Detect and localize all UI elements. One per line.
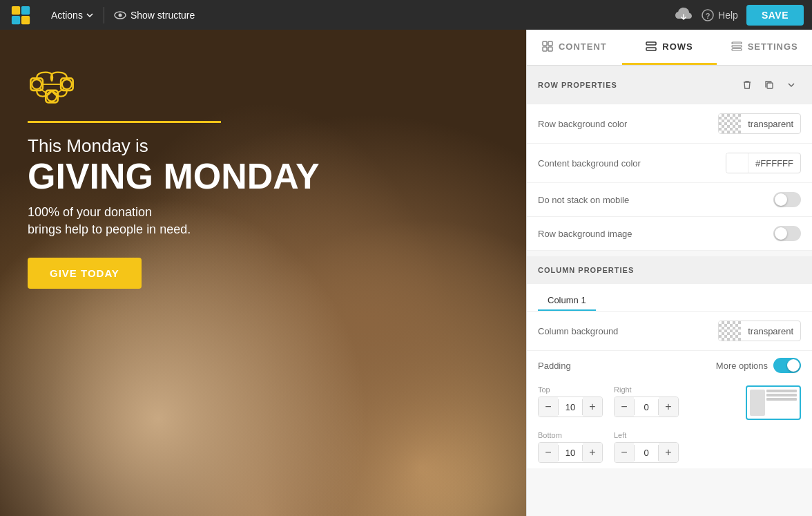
canvas-area: This Monday is GIVING MONDAY 100% of you…: [0, 30, 526, 516]
svg-rect-19: [543, 47, 547, 51]
giving-monday-icon: [28, 71, 76, 113]
tab-rows-label: ROWS: [662, 41, 693, 52]
content-bg-color-value: #FFFFFF: [748, 155, 800, 171]
main-layout: This Monday is GIVING MONDAY 100% of you…: [0, 30, 812, 516]
row-bg-image-toggle[interactable]: [773, 226, 801, 241]
tab-rows[interactable]: ROWS: [622, 30, 717, 65]
right-decrement-btn[interactable]: −: [615, 397, 634, 417]
left-label: Left: [614, 431, 679, 439]
bottom-increment-btn[interactable]: +: [583, 443, 602, 462]
panel-body: ROW PROPERTIES: [527, 66, 812, 516]
svg-rect-18: [548, 41, 552, 46]
top-increment-btn[interactable]: +: [583, 397, 602, 417]
delete-row-btn[interactable]: [737, 75, 757, 95]
actions-label: Actions: [51, 10, 83, 21]
left-stepper: − 0 +: [614, 442, 679, 463]
no-stack-row: Do not stack on mobile: [527, 183, 812, 217]
svg-rect-3: [21, 15, 30, 23]
svg-rect-26: [767, 83, 773, 88]
bottom-label: Bottom: [538, 431, 603, 439]
right-value: 0: [634, 399, 659, 415]
toggle-knob: [775, 193, 787, 206]
col-bg-label: Column background: [538, 326, 618, 336]
row-bg-color-picker[interactable]: transparent: [718, 113, 801, 134]
settings-icon: [731, 41, 742, 52]
left-increment-btn[interactable]: +: [659, 443, 678, 462]
svg-rect-21: [646, 42, 656, 45]
svg-rect-1: [21, 6, 30, 14]
no-stack-toggle[interactable]: [773, 192, 801, 207]
layout-preview-container: [746, 385, 801, 420]
topbar-right: ? Help SAVE: [674, 5, 804, 26]
padding-inputs-group: Top − 10 + Right − 0 +: [527, 380, 812, 426]
content-bg-color-picker[interactable]: #FFFFFF: [726, 153, 801, 173]
padding-header-row: Padding More options: [527, 351, 812, 380]
subtext: 100% of your donation brings help to peo…: [28, 204, 320, 238]
column-tabs-bar: Column 1: [527, 284, 812, 312]
panel-tabs: CONTENT ROWS SETTINGS: [527, 30, 812, 66]
white-swatch: [726, 153, 748, 173]
app-logo[interactable]: [8, 3, 33, 28]
svg-point-12: [62, 79, 72, 89]
svg-rect-2: [12, 15, 20, 23]
more-options-toggle[interactable]: [773, 358, 801, 373]
save-button[interactable]: SAVE: [746, 5, 804, 26]
bottom-decrement-btn[interactable]: −: [539, 443, 558, 462]
tab-settings[interactable]: SETTINGS: [717, 30, 812, 65]
help-icon: ?: [702, 9, 714, 21]
svg-line-16: [55, 88, 64, 95]
column-properties-section: COLUMN PROPERTIES Column 1 Column backgr…: [527, 256, 812, 468]
no-stack-label: Do not stack on mobile: [538, 195, 629, 205]
actions-menu[interactable]: Actions: [44, 6, 101, 25]
right-label: Right: [614, 385, 679, 394]
show-structure-btn[interactable]: Show structure: [107, 5, 202, 26]
expand-row-btn[interactable]: [782, 75, 801, 95]
padding-top-field: Top − 10 +: [538, 385, 603, 420]
column-properties-title: COLUMN PROPERTIES: [538, 266, 634, 274]
row-bg-image-label: Row background image: [538, 229, 632, 239]
cloud-save-btn[interactable]: [674, 6, 693, 24]
left-decrement-btn[interactable]: −: [615, 443, 634, 462]
svg-point-11: [32, 79, 41, 89]
chevron-down-icon: [86, 11, 94, 19]
toggle-knob-2: [775, 227, 787, 240]
right-increment-btn[interactable]: +: [659, 397, 678, 417]
divider: [104, 7, 104, 23]
row-bg-color-value: transparent: [741, 116, 800, 132]
top-decrement-btn[interactable]: −: [539, 397, 558, 417]
content-bg-color-row: Content background color #FFFFFF: [527, 144, 812, 183]
svg-rect-23: [732, 42, 742, 44]
row-properties-title: ROW PROPERTIES: [538, 81, 617, 89]
right-stepper: − 0 +: [614, 396, 679, 417]
column-1-tab[interactable]: Column 1: [538, 291, 596, 311]
col-bg-value: transparent: [741, 323, 800, 339]
help-btn[interactable]: ? Help: [702, 9, 738, 21]
copy-icon: [764, 80, 774, 90]
svg-rect-0: [12, 6, 20, 14]
column-properties-header: COLUMN PROPERTIES: [527, 256, 812, 284]
col-bg-row: Column background transparent: [527, 312, 812, 351]
row-properties-actions: [737, 75, 801, 95]
tab-settings-label: SETTINGS: [748, 41, 798, 52]
content-bg-color-label: Content background color: [538, 158, 641, 169]
duplicate-row-btn[interactable]: [760, 75, 779, 95]
give-today-button[interactable]: GIVE TODAY: [28, 258, 142, 289]
tab-content[interactable]: CONTENT: [527, 30, 622, 65]
layout-right-col: [766, 390, 797, 416]
padding-bottom-left-group: Bottom − 10 + Left − 0 +: [527, 426, 812, 468]
svg-rect-17: [543, 41, 547, 46]
top-value: 10: [558, 399, 583, 415]
more-options-label: More options: [716, 361, 768, 371]
headline-large: GIVING MONDAY: [28, 158, 320, 194]
layout-line-3: [766, 398, 797, 401]
tab-content-label: CONTENT: [559, 41, 607, 52]
layout-preview: [746, 385, 801, 420]
row-bg-color-label: Row background color: [538, 119, 627, 129]
svg-rect-24: [732, 46, 742, 48]
svg-point-13: [47, 92, 57, 102]
col-bg-color-picker[interactable]: transparent: [718, 321, 801, 341]
decorative-line: [28, 121, 221, 123]
row-bg-image-row: Row background image: [527, 217, 812, 251]
svg-rect-22: [646, 48, 656, 50]
rows-icon: [646, 41, 657, 52]
